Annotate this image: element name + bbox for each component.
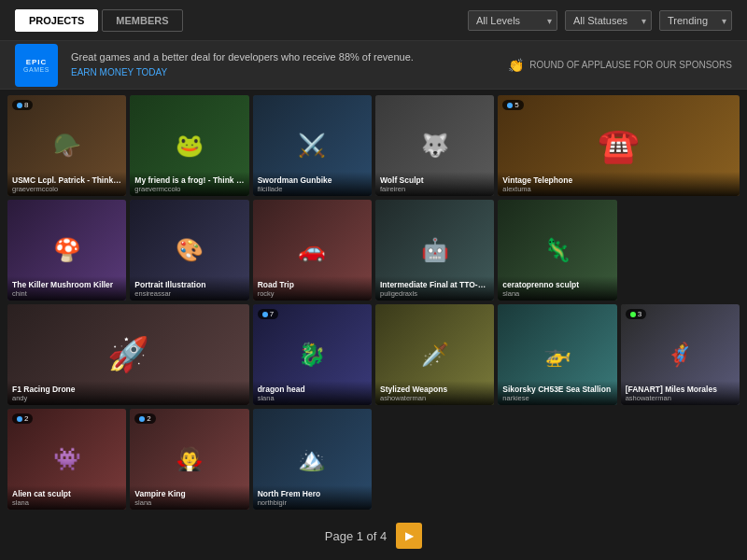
card-badge-16: 2 — [12, 413, 33, 424]
banner-link[interactable]: EARN MONEY TODAY — [71, 67, 167, 77]
sponsor-text: ROUND OF APPLAUSE FOR OUR SPONSORS — [529, 60, 732, 70]
tab-projects[interactable]: PROJECTS — [15, 9, 98, 32]
project-card-13[interactable]: 🗡️Stylized Weaponsashowaterman — [375, 304, 494, 405]
banner-text: Great games and a better deal for develo… — [71, 51, 495, 79]
card-title-7: Portrait Illustration — [134, 280, 244, 289]
card-author-12: slana — [258, 394, 367, 402]
status-filter-wrap: All Statuses WIP Finished — [565, 10, 652, 31]
card-author-14: narkiese — [502, 394, 612, 402]
project-card-7[interactable]: 🎨Portrait Illustrationensireassar — [130, 200, 248, 301]
project-card-12[interactable]: 🐉7dragon headslana — [253, 304, 372, 405]
next-page-button[interactable]: ▶ — [396, 523, 422, 549]
card-title-6: The Killer Mushroom Killer — [12, 280, 121, 289]
card-overlay-15: [FANART] Miles Moralesashowaterman — [621, 381, 740, 405]
card-author-18: northbigir — [258, 498, 367, 507]
header: PROJECTS MEMBERS All Levels Beginner Int… — [0, 0, 747, 41]
project-card-4[interactable]: 🐺Wolf Sculptfaireiren — [375, 95, 494, 196]
banner: EPIC GAMES Great games and a better deal… — [0, 41, 747, 90]
card-author-11: andy — [12, 394, 245, 402]
card-overlay-10: ceratoprenno sculptslana — [498, 276, 616, 301]
project-card-17[interactable]: 🧛2Vampire Kingslana — [130, 409, 248, 510]
card-overlay-14: Sikorsky CH53E Sea Stallionnarkiese — [498, 381, 616, 405]
card-overlay-4: Wolf Sculptfaireiren — [375, 172, 494, 196]
card-overlay-17: Vampire Kingslana — [130, 485, 248, 510]
card-author-15: ashowaterman — [626, 394, 735, 402]
card-author-13: ashowaterman — [380, 394, 489, 402]
epic-logo: EPIC GAMES — [15, 44, 58, 87]
card-author-17: slana — [134, 498, 244, 507]
card-badge-15: 3 — [626, 309, 646, 319]
card-badge-12: 7 — [258, 309, 278, 319]
card-overlay-3: Swordman Gunbikefilcillade — [253, 172, 372, 196]
project-card-3[interactable]: ⚔️Swordman Gunbikefilcillade — [253, 95, 372, 196]
card-overlay-12: dragon headslana — [253, 381, 372, 405]
card-author-4: faireiren — [380, 185, 489, 193]
card-author-9: puligedraxls — [380, 289, 489, 298]
card-title-3: Swordman Gunbike — [258, 175, 367, 185]
project-card-14[interactable]: 🚁Sikorsky CH53E Sea Stallionnarkiese — [498, 304, 616, 405]
card-title-5: Vintage Telephone — [502, 175, 735, 185]
project-card-8[interactable]: 🚗Road Triprocky — [253, 200, 372, 301]
card-title-15: [FANART] Miles Morales — [626, 385, 735, 394]
project-card-10[interactable]: 🦎ceratoprenno sculptslana — [498, 200, 616, 301]
tab-group: PROJECTS MEMBERS — [15, 9, 183, 32]
epic-logo-sub: GAMES — [23, 66, 49, 73]
card-title-1: USMC Lcpl. Patrick - Think Tank... — [12, 175, 121, 185]
card-title-13: Stylized Weapons — [380, 385, 489, 394]
card-overlay-8: Road Triprocky — [253, 276, 372, 301]
card-overlay-7: Portrait Illustrationensireassar — [130, 276, 248, 301]
card-overlay-6: The Killer Mushroom Killerchint — [7, 276, 126, 301]
card-title-4: Wolf Sculpt — [380, 175, 489, 185]
card-author-16: slana — [12, 498, 121, 507]
card-overlay-11: F1 Racing Droneandy — [7, 381, 249, 405]
applause-icon: 👏 — [508, 58, 524, 73]
level-filter-wrap: All Levels Beginner Intermediate Advance… — [468, 10, 557, 31]
card-title-9: Intermediate Final at TTO-Chara... — [380, 280, 489, 289]
project-card-1[interactable]: 🪖8USMC Lcpl. Patrick - Think Tank...grae… — [7, 95, 126, 196]
card-title-14: Sikorsky CH53E Sea Stallion — [502, 385, 612, 394]
card-title-18: North Frem Hero — [258, 489, 367, 498]
sort-filter[interactable]: Trending Newest Popular — [659, 10, 732, 31]
project-card-6[interactable]: 🍄The Killer Mushroom Killerchint — [7, 200, 126, 301]
card-title-8: Road Trip — [258, 280, 367, 289]
card-author-10: slana — [502, 289, 612, 298]
project-card-9[interactable]: 🤖Intermediate Final at TTO-Chara...pulig… — [375, 200, 494, 301]
card-badge-5: 5 — [502, 100, 523, 110]
card-title-12: dragon head — [258, 385, 367, 394]
banner-sponsor: 👏 ROUND OF APPLAUSE FOR OUR SPONSORS — [508, 58, 732, 73]
card-badge-1: 8 — [12, 100, 33, 110]
card-overlay-13: Stylized Weaponsashowaterman — [375, 381, 494, 405]
card-title-16: Alien cat sculpt — [12, 489, 121, 498]
card-overlay-18: North Frem Heronorthbigir — [253, 485, 372, 510]
project-card-16[interactable]: 👾2Alien cat sculptslana — [7, 409, 126, 510]
card-author-5: alextuma — [502, 185, 735, 193]
project-card-15[interactable]: 🦸3[FANART] Miles Moralesashowaterman — [621, 304, 740, 405]
project-card-18[interactable]: 🏔️North Frem Heronorthbigir — [253, 409, 372, 510]
card-author-6: chint — [12, 289, 121, 298]
card-overlay-9: Intermediate Final at TTO-Chara...pulige… — [375, 276, 494, 301]
page-indicator: Page 1 of 4 — [325, 529, 388, 543]
banner-main-text: Great games and a better deal for develo… — [71, 51, 495, 63]
status-filter[interactable]: All Statuses WIP Finished — [565, 10, 652, 31]
project-card-11[interactable]: 🚀F1 Racing Droneandy — [7, 304, 249, 405]
filter-group: All Levels Beginner Intermediate Advance… — [468, 10, 732, 31]
project-card-5[interactable]: ☎️5Vintage Telephonealextuma — [498, 95, 740, 196]
card-title-2: My friend is a frog! - Think Tank... — [134, 175, 244, 185]
tab-members[interactable]: MEMBERS — [102, 9, 182, 32]
project-card-2[interactable]: 🐸My friend is a frog! - Think Tank...gra… — [130, 95, 248, 196]
card-overlay-2: My friend is a frog! - Think Tank...grae… — [130, 172, 248, 196]
card-title-17: Vampire King — [134, 489, 244, 498]
card-overlay-1: USMC Lcpl. Patrick - Think Tank...graeve… — [7, 172, 126, 196]
pagination: Page 1 of 4 ▶ — [0, 515, 747, 556]
card-title-11: F1 Racing Drone — [12, 385, 245, 394]
card-overlay-16: Alien cat sculptslana — [7, 485, 126, 510]
card-author-2: graevermccolo — [134, 185, 244, 193]
card-title-10: ceratoprenno sculpt — [502, 280, 612, 289]
sort-filter-wrap: Trending Newest Popular — [659, 10, 732, 31]
level-filter[interactable]: All Levels Beginner Intermediate Advance… — [468, 10, 557, 31]
epic-logo-text: EPIC — [26, 58, 48, 66]
card-author-1: graevermccolo — [12, 185, 121, 193]
card-overlay-5: Vintage Telephonealextuma — [498, 172, 740, 196]
card-author-8: rocky — [258, 289, 367, 298]
card-author-7: ensireassar — [134, 289, 244, 298]
